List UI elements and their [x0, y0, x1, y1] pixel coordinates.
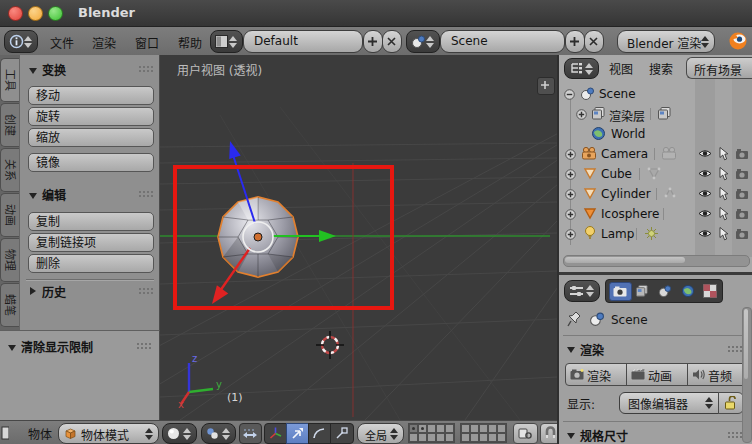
delete-layout-button[interactable]	[382, 30, 402, 53]
properties-scrollbar[interactable]	[742, 307, 752, 443]
panel-grip-icon[interactable]	[727, 431, 742, 438]
eye-icon[interactable]	[698, 168, 712, 179]
screen-layout-browse-button[interactable]	[210, 30, 243, 53]
menu-file[interactable]: 文件	[50, 34, 74, 51]
render-still-button[interactable]: 渲染	[565, 363, 627, 386]
minimize-button[interactable]	[28, 6, 43, 21]
pin-icon[interactable]	[567, 311, 581, 327]
maximize-button[interactable]	[48, 6, 63, 21]
display-mode-select[interactable]: 图像编辑器	[619, 392, 719, 414]
outliner-row-lamp[interactable]: Lamp	[559, 224, 751, 244]
collapse-plus-icon[interactable]	[565, 229, 576, 240]
panel-grip-icon[interactable]	[138, 65, 153, 72]
operator-panel-title[interactable]: 清除显示限制	[21, 338, 93, 355]
layers-widget-b[interactable]	[460, 423, 507, 443]
outliner-row-camera[interactable]: Camera	[559, 144, 751, 164]
add-scene-button[interactable]	[565, 30, 585, 53]
tab-grease-pencil[interactable]: 蜡笔	[0, 283, 19, 327]
scrollbar-thumb[interactable]	[565, 257, 685, 263]
edit-section-title[interactable]: 编辑	[42, 186, 66, 203]
camera-render-icon[interactable]	[735, 228, 749, 240]
add-layout-button[interactable]	[363, 30, 383, 53]
eye-icon[interactable]	[698, 228, 712, 239]
tab-physics[interactable]: 物理	[0, 238, 19, 282]
delete-scene-button[interactable]	[584, 30, 604, 53]
screen-layout-field[interactable]: Default	[243, 30, 363, 53]
collapse-plus-icon[interactable]	[565, 209, 576, 220]
mirror-button[interactable]: 镜像	[28, 153, 154, 172]
render-animation-button[interactable]: 动画	[626, 363, 688, 386]
close-button[interactable]	[8, 6, 23, 21]
rotate-button[interactable]: 旋转	[28, 107, 154, 126]
tab-relations[interactable]: 关系	[0, 148, 19, 192]
dimensions-section-title[interactable]: 规格尺寸	[580, 427, 628, 444]
editor-type-icon[interactable]	[0, 426, 9, 440]
transform-orientation-select[interactable]: 全局	[357, 423, 404, 444]
manipulator-toggle-button[interactable]	[239, 423, 262, 444]
manipulator-axes-button[interactable]	[264, 423, 288, 444]
pivot-point-select[interactable]	[201, 423, 236, 444]
scene-name-field[interactable]: Scene	[440, 30, 565, 53]
scene-browse-button[interactable]	[406, 30, 440, 53]
eye-icon[interactable]	[698, 148, 712, 159]
transform-section-title[interactable]: 变换	[42, 61, 66, 78]
tab-tools[interactable]: 工具	[0, 58, 19, 102]
render-audio-button[interactable]: 音频	[687, 363, 747, 386]
collapse-plus-icon[interactable]	[576, 109, 587, 120]
tab-render[interactable]	[609, 282, 632, 301]
tab-animation[interactable]: 动画	[0, 193, 19, 237]
display-lock-button[interactable]	[718, 392, 744, 414]
cursor-select-icon[interactable]	[718, 147, 728, 161]
camera-render-icon[interactable]	[735, 188, 749, 200]
mode-select[interactable]: 物体模式	[58, 423, 159, 444]
context-path-label[interactable]: Scene	[611, 313, 648, 327]
delete-button[interactable]: 删除	[28, 254, 154, 273]
scale-button[interactable]: 缩放	[28, 128, 154, 147]
display-filter-select[interactable]: 所有场景	[686, 57, 752, 79]
collapse-plus-icon[interactable]	[565, 149, 576, 160]
tab-create[interactable]: 创建	[0, 103, 19, 147]
collapse-triangle-icon[interactable]	[567, 433, 575, 439]
duplicate-button[interactable]: 复制	[28, 212, 154, 231]
cursor-select-icon[interactable]	[718, 207, 728, 221]
scene-lock-button[interactable]	[513, 423, 538, 444]
editor-type-selector[interactable]	[564, 280, 600, 302]
outliner-row-world[interactable]: World	[559, 124, 751, 144]
editor-type-selector[interactable]	[564, 58, 599, 79]
render-section-title[interactable]: 渲染	[580, 341, 604, 358]
tab-texture[interactable]	[701, 282, 720, 299]
viewport-shading-select[interactable]	[162, 423, 197, 444]
panel-grip-icon[interactable]	[136, 342, 151, 349]
outliner-row-icosphere[interactable]: Icosphere	[559, 204, 751, 224]
menu-help[interactable]: 帮助	[178, 34, 202, 51]
manipulator-translate-button[interactable]	[286, 423, 310, 444]
collapse-minus-icon[interactable]	[564, 89, 575, 100]
scrollbar-thumb[interactable]	[744, 309, 748, 379]
camera-render-icon[interactable]	[735, 208, 749, 220]
camera-render-icon[interactable]	[735, 148, 749, 160]
collapse-triangle-icon[interactable]	[29, 68, 37, 74]
cursor-select-icon[interactable]	[718, 227, 728, 241]
manipulator-scale-button[interactable]	[330, 423, 354, 444]
tab-scene[interactable]	[655, 282, 676, 299]
outliner-row-render-layers[interactable]: 渲染层	[559, 104, 751, 124]
outliner-menu-view[interactable]: 视图	[609, 60, 633, 77]
outliner-menu-search[interactable]: 搜索	[649, 60, 673, 77]
tab-world[interactable]	[678, 282, 699, 299]
eye-icon[interactable]	[698, 188, 712, 199]
manipulator-rotate-button[interactable]	[308, 423, 332, 444]
collapse-plus-icon[interactable]	[565, 169, 576, 180]
editor-type-selector[interactable]	[4, 30, 38, 53]
cursor-select-icon[interactable]	[718, 167, 728, 181]
outliner-row-cube[interactable]: Cube	[559, 164, 751, 184]
menu-render[interactable]: 渲染	[92, 34, 116, 51]
layers-widget-a[interactable]	[408, 423, 455, 443]
camera-render-icon[interactable]	[735, 168, 749, 180]
outliner-row-scene[interactable]: Scene	[559, 84, 751, 104]
collapse-triangle-icon[interactable]	[30, 287, 36, 295]
collapse-triangle-icon[interactable]	[8, 345, 16, 351]
move-button[interactable]: 移动	[28, 86, 154, 105]
duplicate-linked-button[interactable]: 复制链接项	[28, 233, 154, 252]
eye-icon[interactable]	[698, 208, 712, 219]
viewport-3d[interactable]: z y x 用户视图 (透视) (1)	[160, 55, 557, 420]
